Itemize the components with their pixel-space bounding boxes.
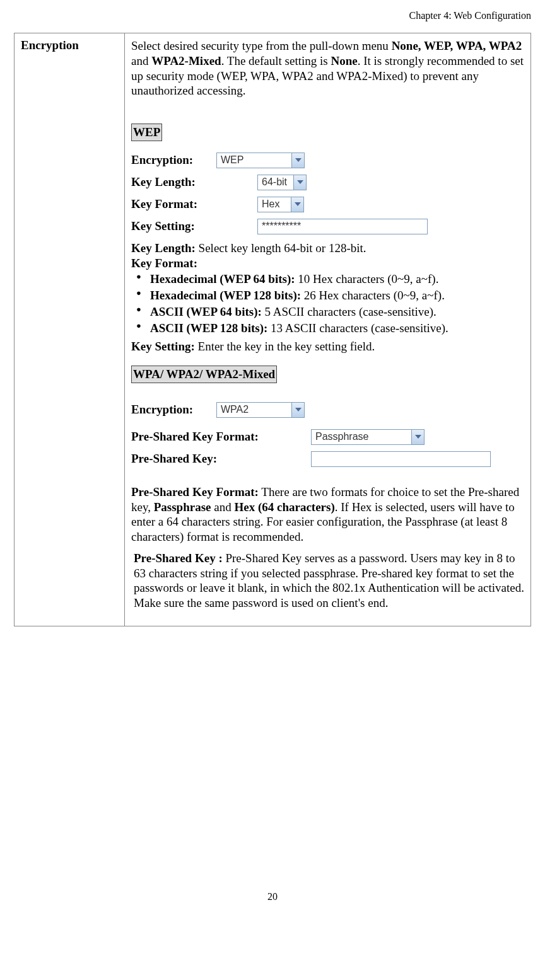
svg-marker-1 bbox=[297, 180, 303, 184]
wpa-psk-label: Pre-Shared Key: bbox=[131, 451, 311, 466]
list-item: ASCII (WEP 128 bits): 13 ASCII character… bbox=[136, 321, 524, 336]
svg-marker-0 bbox=[295, 158, 302, 162]
wep-keysetting-row: Key Setting: ********** bbox=[131, 219, 524, 234]
row-label-encryption: Encryption bbox=[15, 33, 125, 626]
chevron-down-icon bbox=[291, 403, 304, 417]
list-item: Hexadecimal (WEP 64 bits): 10 Hex charac… bbox=[136, 272, 524, 287]
wep-keysetting-input[interactable]: ********** bbox=[257, 219, 428, 234]
encryption-table: Encryption Select desired security type … bbox=[14, 33, 531, 626]
chevron-down-icon bbox=[291, 197, 303, 212]
wpa-heading: WPA/ WPA2/ WPA2-Mixed bbox=[131, 366, 277, 383]
svg-marker-3 bbox=[295, 408, 302, 412]
intro-paragraph: Select desired security type from the pu… bbox=[131, 38, 524, 98]
wpa-psk-row: Pre-Shared Key: bbox=[131, 451, 524, 467]
page-number: 20 bbox=[14, 891, 531, 902]
wpa-psk-desc: Pre-Shared Key : Pre-Shared Key serves a… bbox=[134, 551, 524, 611]
wep-keysetting-desc: Key Setting: Enter the key in the key se… bbox=[131, 339, 524, 354]
chevron-down-icon bbox=[291, 153, 304, 168]
wep-keylength-label: Key Length: bbox=[131, 175, 257, 190]
wep-encryption-label: Encryption: bbox=[131, 153, 216, 168]
wep-keylength-row: Key Length: 64-bit bbox=[131, 175, 524, 190]
wpa-pskformat-desc: Pre-Shared Key Format: There are two for… bbox=[131, 485, 524, 545]
wep-keyformat-desc: Key Format: bbox=[131, 256, 524, 271]
wep-keyformat-label: Key Format: bbox=[131, 197, 257, 212]
chevron-down-icon bbox=[411, 430, 424, 444]
wep-keylength-desc: Key Length: Select key length 64-bit or … bbox=[131, 241, 524, 256]
svg-marker-4 bbox=[415, 435, 421, 439]
wep-encryption-select[interactable]: WEP bbox=[216, 153, 305, 168]
wpa-pskformat-select[interactable]: Passphrase bbox=[311, 429, 425, 445]
svg-marker-2 bbox=[295, 202, 301, 206]
chevron-down-icon bbox=[293, 175, 306, 190]
list-item: Hexadecimal (WEP 128 bits): 26 Hex chara… bbox=[136, 288, 524, 303]
wpa-pskformat-row: Pre-Shared Key Format: Passphrase bbox=[131, 429, 524, 445]
wep-keyformat-bullets: Hexadecimal (WEP 64 bits): 10 Hex charac… bbox=[136, 272, 524, 335]
list-item: ASCII (WEP 64 bits): 5 ASCII characters … bbox=[136, 304, 524, 320]
wpa-encryption-row: Encryption: WPA2 bbox=[131, 402, 524, 418]
wep-keyformat-select[interactable]: Hex bbox=[257, 197, 304, 212]
wep-keyformat-row: Key Format: Hex bbox=[131, 197, 524, 212]
wpa-encryption-label: Encryption: bbox=[131, 402, 216, 417]
wep-heading: WEP bbox=[131, 124, 162, 141]
wep-encryption-row: Encryption: WEP bbox=[131, 153, 524, 168]
wep-keysetting-label: Key Setting: bbox=[131, 219, 257, 234]
wpa-psk-input[interactable] bbox=[311, 451, 491, 467]
chapter-header: Chapter 4: Web Configuration bbox=[14, 10, 531, 21]
wpa-encryption-select[interactable]: WPA2 bbox=[216, 402, 305, 418]
wpa-pskformat-label: Pre-Shared Key Format: bbox=[131, 429, 311, 444]
wep-keylength-select[interactable]: 64-bit bbox=[257, 175, 307, 190]
